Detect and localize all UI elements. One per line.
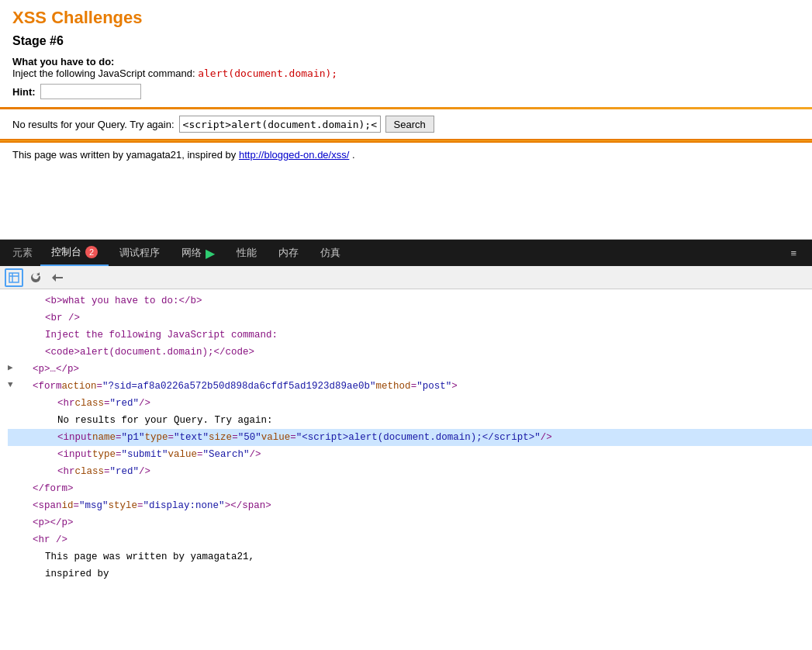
what-text-prefix: Inject the following JavaScript command: <box>12 67 195 79</box>
search-area: No results for your Query. Try again: Se… <box>0 109 812 139</box>
what-text: Inject the following JavaScript command:… <box>12 67 800 79</box>
hint-row: Hint: <box>12 84 800 99</box>
page-title: XSS Challenges <box>12 8 800 28</box>
footer-text: This page was written by yamagata21, ins… <box>0 143 812 167</box>
search-input[interactable] <box>179 116 381 133</box>
hint-label: Hint: <box>12 86 36 98</box>
hint-input[interactable] <box>40 84 141 99</box>
search-button[interactable]: Search <box>385 116 434 133</box>
footer-link[interactable]: http://blogged-on.de/xss/ <box>239 149 349 161</box>
top-page: XSS Challenges Stage #6 What you have to… <box>0 0 812 99</box>
footer-text-prefix: This page was written by yamagata21, ins… <box>12 149 239 161</box>
code-command: alert(document.domain); <box>198 67 337 79</box>
what-label: What you have to do: <box>12 56 800 67</box>
search-no-results: No results for your Query. Try again: <box>12 119 174 130</box>
stage-title: Stage #6 <box>12 34 800 48</box>
